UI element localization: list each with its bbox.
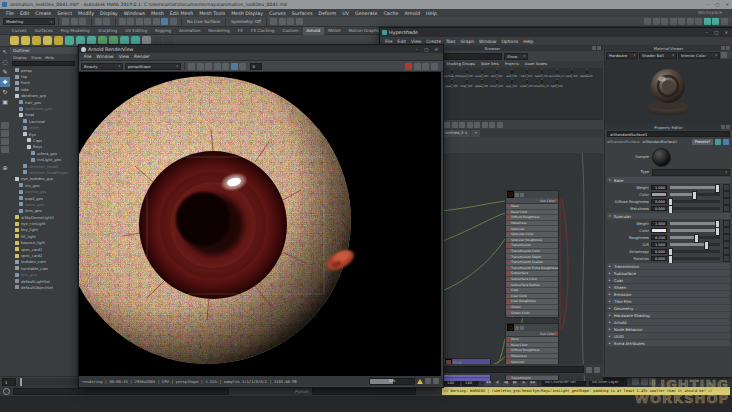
open-scene-icon[interactable] [71,18,78,25]
simple-mode-icon[interactable] [452,122,458,128]
menu-item[interactable]: Edit Mesh [170,11,193,16]
collapsed-section-header[interactable]: Extra Attributes [607,340,730,346]
attribute-slider[interactable] [670,236,720,239]
record-icon[interactable] [405,63,412,70]
menu-item[interactable]: Surfaces [292,11,313,16]
graph-tab[interactable]: Untitled_3 × [442,130,470,137]
open-editor-icon[interactable] [287,18,294,25]
menu-item[interactable]: File [385,39,392,44]
shelf-tab[interactable]: UV Editing [121,27,151,35]
resize-grip-icon[interactable] [594,367,600,373]
expand-node-icon[interactable] [520,193,524,197]
texture-map-button[interactable] [723,241,730,248]
menu-item[interactable]: Help [523,39,533,44]
outer_mtl[interactable]: outer_mtl [519,80,534,88]
menu-item[interactable]: Render [134,54,150,59]
menu-item[interactable]: Modify [78,11,94,16]
photometric-light-icon[interactable] [43,36,52,45]
light_mtl[interactable]: light_mtl [549,80,564,88]
spec_mtl[interactable]: spec_mtl [444,80,459,88]
attribute-value-field[interactable] [651,192,667,197]
snapshot-icon[interactable] [222,63,229,70]
menu-item[interactable]: Graph [461,39,474,44]
light-icon[interactable] [704,18,711,25]
pin-icon[interactable] [721,125,725,129]
light-portal-icon[interactable] [54,36,63,45]
browser-tab[interactable]: Shading Groups [443,61,478,68]
symmetry-label[interactable]: Symmetry: Off [231,19,261,24]
veins_mtl[interactable]: veins_mtl [474,70,489,78]
warning-icon[interactable] [417,379,423,384]
expand-icon[interactable] [433,378,439,384]
command-input[interactable] [13,388,229,395]
material-name-field[interactable]: aiStandardSurface1 [607,131,730,137]
viewer-renderer-dropdown[interactable]: Hardware [606,52,638,59]
crosshair-icon[interactable] [205,63,212,70]
attribute-value-field[interactable]: 0.000 [651,199,667,204]
disp_mtl[interactable]: disp_mtl [459,80,474,88]
attribute-value-field[interactable] [651,228,667,233]
menu-item[interactable]: Mesh Display [231,11,263,16]
menu-item[interactable]: Tabs [446,39,456,44]
layout-single-pane[interactable] [1,122,9,129]
collapsed-section-header[interactable]: Emission [607,291,730,297]
outliner-menu-item[interactable]: Display [13,55,27,60]
attribute-value-field[interactable]: 1.500 [651,242,667,247]
texture-map-button[interactable] [723,198,730,205]
layout-four-pane[interactable] [1,130,9,137]
outliner-menu-item[interactable]: Show [31,55,41,60]
time-slider[interactable] [18,378,78,386]
ab-compare-icon[interactable] [214,63,221,70]
collapse-node-icon[interactable] [515,326,519,330]
menu-item[interactable]: Generate [355,11,377,16]
show-filter-dropdown[interactable]: Show [504,53,528,60]
menu-item[interactable]: Help [426,11,437,16]
connected-mode-icon[interactable] [459,122,465,128]
node-header[interactable] [506,191,558,198]
paint-select-tool[interactable]: ✎ [0,67,10,77]
render-settings-icon[interactable] [661,18,668,25]
close-icon[interactable]: × [722,29,731,36]
renderview-title-bar[interactable]: Arnold RenderView – ▢ × [79,45,443,53]
shelf-tab[interactable]: Rendering [204,27,233,35]
float-panel-icon[interactable] [597,46,601,50]
attribute-slider[interactable] [670,186,720,189]
minimize-icon[interactable]: – [703,1,712,8]
highlight-icon[interactable] [296,18,303,25]
select-component-icon[interactable] [136,18,143,25]
anim-layer-icon[interactable] [678,18,685,25]
node-input-row[interactable]: Transmission [506,376,558,381]
viewer-geometry-dropdown[interactable]: Shader Ball [639,52,677,59]
new-scene-icon[interactable] [62,18,69,25]
menu-item[interactable]: Edit [397,39,406,44]
card_mtl[interactable]: card_mtl [564,70,579,78]
menu-item[interactable]: File [6,11,14,16]
attribute-value-field[interactable]: 0.200 [651,235,667,240]
frame-selection-icon[interactable] [444,122,450,128]
menu-item[interactable]: Windows [124,11,145,16]
collapsed-section-header[interactable]: Subsurface [607,270,730,276]
shelf-tab[interactable]: Custom [279,27,303,35]
full-mode-icon[interactable] [467,122,473,128]
close-tab-icon[interactable]: × [464,131,467,135]
attribute-slider[interactable] [670,207,720,210]
layout-persp-outliner[interactable] [1,138,9,145]
expand-node-icon[interactable] [520,326,524,330]
teeth_mtl[interactable]: teeth_mtl [534,70,549,78]
rotate-tool[interactable]: ↻ [0,87,10,97]
attribute-value-field[interactable]: 0.000 [651,206,667,211]
move-tool[interactable]: ✚ [0,77,10,87]
menu-item[interactable]: Options [501,39,518,44]
menu-item[interactable]: Arnold [404,11,420,16]
display-layer-icon[interactable] [670,18,677,25]
command-result-field[interactable] [312,388,416,395]
start-render-icon[interactable] [188,63,195,70]
material-viewer-viewport[interactable] [605,59,732,124]
collapsed-section-header[interactable]: Thin Film [607,298,730,304]
show-in-viewport-icon[interactable] [723,139,729,145]
make-live-icon[interactable] [270,18,277,25]
shelf-tab[interactable]: Sculpting [94,27,122,35]
menu-set-dropdown[interactable]: Modeling [3,18,55,25]
lacrimal_m[interactable]: lacrimal_m [549,70,564,78]
viewer-options-icon[interactable] [721,52,727,58]
